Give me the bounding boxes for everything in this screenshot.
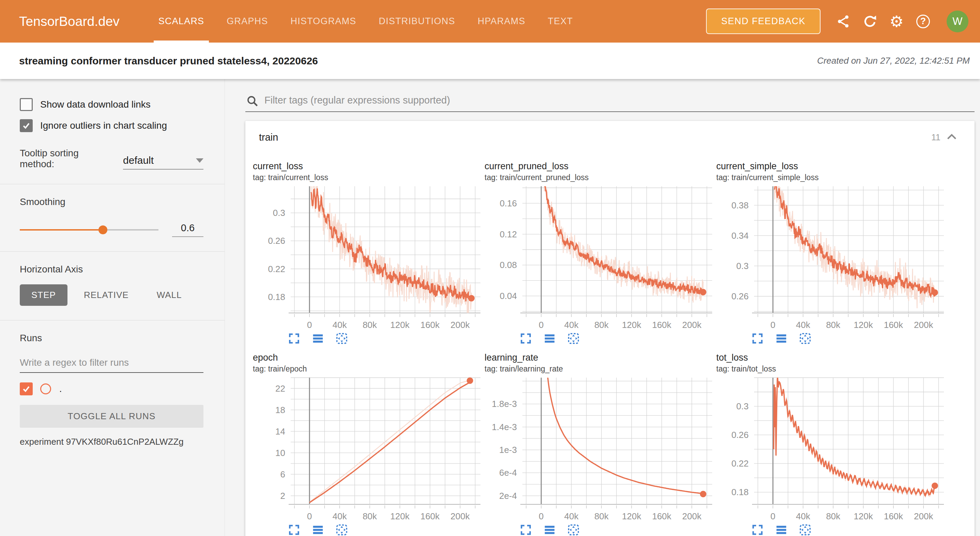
checkbox-label: Show data download links — [40, 99, 151, 110]
chart-tag: tag: train/current_simple_loss — [716, 173, 947, 182]
fullscreen-icon[interactable] — [288, 332, 301, 345]
chart-plot[interactable]: 0.30.260.220.18040k80k120k160k200k — [252, 185, 484, 331]
help-icon[interactable]: ? — [915, 14, 931, 29]
experiment-title: streaming conformer transducer pruned st… — [19, 55, 318, 67]
fit-to-data-icon[interactable] — [567, 332, 580, 345]
checkbox-unchecked-icon[interactable] — [20, 98, 33, 111]
bars-icon[interactable] — [312, 523, 325, 536]
svg-text:0.12: 0.12 — [500, 229, 517, 239]
svg-text:120k: 120k — [854, 511, 873, 521]
ignore-outliers-checkbox[interactable]: Ignore outliers in chart scaling — [20, 119, 204, 132]
chart-plot[interactable]: 2218141062040k80k120k160k200k — [252, 376, 484, 522]
bars-icon[interactable] — [775, 332, 788, 345]
app-logo: TensorBoard.dev — [19, 14, 119, 29]
share-icon[interactable] — [835, 14, 851, 29]
chart-plot[interactable]: 0.160.120.080.04040k80k120k160k200k — [484, 185, 716, 331]
tab-distributions[interactable]: DISTRIBUTIONS — [374, 0, 460, 43]
chart-toolbar — [751, 523, 947, 536]
chart-title: current_simple_loss — [716, 161, 947, 171]
svg-text:120k: 120k — [390, 511, 410, 521]
fit-to-data-icon[interactable] — [799, 523, 812, 536]
svg-text:160k: 160k — [652, 511, 671, 521]
svg-text:0: 0 — [770, 320, 775, 330]
svg-text:80k: 80k — [826, 320, 841, 330]
tab-histograms[interactable]: HISTOGRAMS — [286, 0, 361, 43]
section-collapse-control[interactable]: 11 — [931, 132, 958, 143]
chart-card: current_pruned_loss tag: train/current_p… — [484, 159, 716, 345]
run-checkbox[interactable] — [20, 382, 33, 395]
svg-text:0.04: 0.04 — [500, 291, 517, 301]
tab-hparams[interactable]: HPARAMS — [473, 0, 530, 43]
train-section-header[interactable]: train 11 — [245, 121, 975, 154]
section-chart-count: 11 — [931, 132, 940, 143]
tooltip-sorting-value: default — [123, 155, 154, 166]
svg-text:40k: 40k — [796, 511, 811, 521]
chart-title: current_loss — [253, 161, 484, 171]
slider-thumb[interactable] — [99, 225, 107, 234]
svg-text:1.8e-3: 1.8e-3 — [492, 399, 517, 409]
bars-icon[interactable] — [775, 523, 788, 536]
avatar[interactable]: W — [947, 11, 969, 32]
smoothing-slider[interactable] — [20, 225, 158, 234]
fullscreen-icon[interactable] — [751, 332, 764, 345]
smoothing-value[interactable]: 0.6 — [172, 222, 204, 237]
bars-icon[interactable] — [543, 523, 556, 536]
tab-graphs[interactable]: GRAPHS — [222, 0, 273, 43]
chart-tag: tag: train/current_pruned_loss — [485, 173, 716, 182]
chevron-down-icon — [196, 159, 204, 163]
axis-step-button[interactable]: STEP — [20, 284, 67, 306]
svg-text:120k: 120k — [622, 511, 641, 521]
bars-icon[interactable] — [312, 332, 325, 345]
run-row: . — [20, 382, 204, 395]
checkbox-checked-icon[interactable] — [20, 119, 33, 132]
svg-text:80k: 80k — [826, 511, 841, 521]
horizontal-axis-section: Horizontal Axis STEP RELATIVE WALL — [0, 251, 224, 320]
run-color-swatch[interactable] — [40, 384, 51, 394]
svg-text:0: 0 — [539, 511, 544, 521]
chart-toolbar — [519, 332, 716, 345]
toggle-all-runs-button[interactable]: TOGGLE ALL RUNS — [20, 405, 204, 428]
svg-text:0.3: 0.3 — [737, 401, 749, 411]
fullscreen-icon[interactable] — [751, 523, 764, 536]
svg-text:6e-4: 6e-4 — [499, 468, 517, 478]
fit-to-data-icon[interactable] — [799, 332, 812, 345]
fullscreen-icon[interactable] — [288, 523, 301, 536]
refresh-icon[interactable] — [862, 14, 878, 29]
svg-text:200k: 200k — [682, 320, 702, 330]
svg-text:0.26: 0.26 — [268, 236, 285, 246]
svg-text:0.22: 0.22 — [731, 458, 749, 469]
tab-text[interactable]: TEXT — [543, 0, 578, 43]
chart-card: epoch tag: train/epoch 2218141062040k80k… — [252, 350, 484, 536]
section-name: train — [259, 132, 278, 143]
fit-to-data-icon[interactable] — [567, 523, 580, 536]
bars-icon[interactable] — [543, 332, 556, 345]
filter-tags-input[interactable] — [245, 91, 975, 112]
chart-tag: tag: train/tot_loss — [716, 365, 947, 374]
svg-text:200k: 200k — [450, 511, 470, 521]
runs-label: Runs — [20, 333, 204, 344]
chevron-up-icon[interactable] — [946, 132, 958, 142]
svg-text:0.18: 0.18 — [268, 292, 285, 302]
tooltip-sorting-label: Tooltip sorting method: — [20, 148, 114, 170]
chart-plot[interactable]: 1.8e-31.4e-31e-36e-42e-4040k80k120k160k2… — [484, 376, 716, 522]
gear-icon[interactable]: ⚙ — [889, 14, 904, 29]
fit-to-data-icon[interactable] — [335, 332, 348, 345]
axis-wall-button[interactable]: WALL — [145, 284, 194, 306]
tab-scalars[interactable]: SCALARS — [154, 0, 209, 43]
show-download-links-checkbox[interactable]: Show data download links — [20, 98, 204, 111]
chart-plot[interactable]: 0.30.260.220.18040k80k120k160k200k — [716, 376, 947, 522]
svg-text:14: 14 — [275, 427, 285, 436]
chart-plot[interactable]: 0.380.340.30.26040k80k120k160k200k — [716, 185, 947, 331]
chart-tag: tag: train/learning_rate — [485, 365, 716, 374]
send-feedback-button[interactable]: SEND FEEDBACK — [706, 8, 821, 34]
runs-regex-input[interactable] — [20, 355, 204, 373]
svg-text:0.16: 0.16 — [500, 198, 517, 208]
tooltip-sorting-select[interactable]: default — [123, 155, 204, 170]
axis-relative-button[interactable]: RELATIVE — [72, 284, 140, 306]
fit-to-data-icon[interactable] — [335, 523, 348, 536]
fullscreen-icon[interactable] — [519, 332, 532, 345]
fullscreen-icon[interactable] — [519, 523, 532, 536]
smoothing-label: Smoothing — [20, 197, 204, 208]
horizontal-axis-label: Horizontal Axis — [20, 264, 204, 275]
svg-text:40k: 40k — [332, 511, 347, 521]
